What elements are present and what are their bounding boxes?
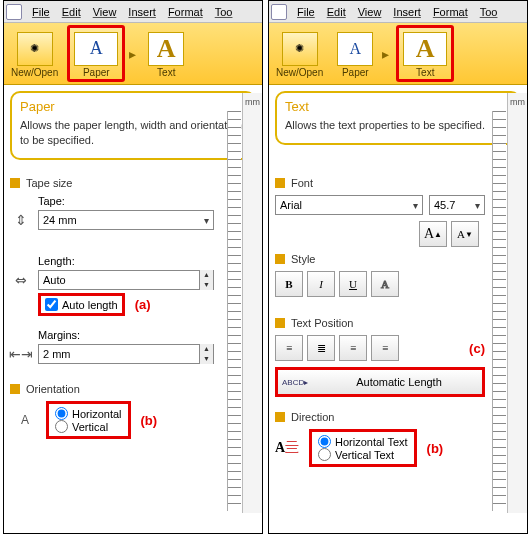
tape-size-label: Tape size <box>26 177 72 189</box>
direction-hdr: Direction <box>275 411 485 423</box>
note-b-right: (b) <box>427 441 444 456</box>
text-info: Text Allows the text properties to be sp… <box>275 91 521 145</box>
ribbon-paper[interactable]: A Paper <box>67 25 125 82</box>
direction-horizontal-radio[interactable] <box>318 435 331 448</box>
menu-view[interactable]: View <box>87 6 123 18</box>
menu-edit[interactable]: Edit <box>56 6 87 18</box>
ribbon-text-r[interactable]: A Text <box>396 25 454 82</box>
text-info-desc: Allows the text properties to be specifi… <box>285 118 511 133</box>
newopen-icon: ✺ <box>17 32 53 66</box>
menu-bar: File Edit View Insert Format Too <box>4 1 262 23</box>
font-name-dropdown[interactable]: Arial <box>275 195 423 215</box>
margins-icon: ⇤⇥ <box>10 346 32 362</box>
orientation-vertical-label: Vertical <box>72 421 108 433</box>
direction-icon: A亖 <box>275 439 299 457</box>
ribbon-r: ✺ New/Open A Paper ▸ A Text <box>269 23 527 85</box>
menu-insert[interactable]: Insert <box>122 6 162 18</box>
auto-length-checkbox[interactable] <box>45 298 58 311</box>
align-left-button[interactable]: ≡ <box>275 335 303 361</box>
direction-vertical-radio[interactable] <box>318 448 331 461</box>
menu-file[interactable]: File <box>26 6 56 18</box>
length-value: Auto <box>43 274 66 286</box>
style-label: Style <box>291 253 315 265</box>
ribbon-paper-label-r: Paper <box>342 67 369 78</box>
tape-label: Tape: <box>38 195 214 207</box>
margins-value: 2 mm <box>43 348 71 360</box>
orientation-horizontal-radio[interactable] <box>55 407 68 420</box>
direction-horizontal-label: Horizontal Text <box>335 436 408 448</box>
unit-label-r: mm <box>508 97 527 107</box>
orientation-vertical-radio[interactable] <box>55 420 68 433</box>
ruler <box>227 111 241 511</box>
text-icon-r: A <box>403 32 447 66</box>
text-info-title: Text <box>285 99 511 114</box>
menu-file-r[interactable]: File <box>291 6 321 18</box>
text-panel: File Edit View Insert Format Too ✺ New/O… <box>268 0 528 534</box>
app-icon <box>6 4 22 20</box>
unit-gutter: mm <box>242 93 262 513</box>
menu-view-r[interactable]: View <box>352 6 388 18</box>
ribbon-arrow-icon-r: ▸ <box>380 46 394 62</box>
length-icon: ⇔ <box>10 272 32 288</box>
align-right-button[interactable]: ≡ <box>339 335 367 361</box>
font-size-dropdown[interactable]: 45.7 <box>429 195 485 215</box>
bold-button[interactable]: B <box>275 271 303 297</box>
style-hdr: Style <box>275 253 485 265</box>
ribbon-newopen[interactable]: ✺ New/Open <box>6 25 63 82</box>
increase-font-button[interactable]: A▲ <box>419 221 447 247</box>
paper-panel: File Edit View Insert Format Too ✺ New/O… <box>3 0 263 534</box>
align-center-button[interactable]: ≣ <box>307 335 335 361</box>
ribbon-newopen-r[interactable]: ✺ New/Open <box>271 25 328 82</box>
text-position-label: Text Position <box>291 317 353 329</box>
automatic-length-button[interactable]: ABCD▸ Automatic Length <box>275 367 485 397</box>
menu-insert-r[interactable]: Insert <box>387 6 427 18</box>
orientation-label: Orientation <box>26 383 80 395</box>
text-position-hdr: Text Position <box>275 317 485 329</box>
paper-info-desc: Allows the paper length, width and orien… <box>20 118 246 148</box>
automatic-length-label: Automatic Length <box>316 376 482 388</box>
paper-icon: A <box>74 32 118 66</box>
auto-length-label: Auto length <box>62 299 118 311</box>
note-c: (c) <box>469 341 485 356</box>
ribbon-paper-label: Paper <box>83 67 110 78</box>
ribbon-text-label-r: Text <box>416 67 434 78</box>
menu-format-r[interactable]: Format <box>427 6 474 18</box>
margins-spinner[interactable]: 2 mm ▲▼ <box>38 344 214 364</box>
tape-dropdown[interactable]: 24 mm <box>38 210 214 230</box>
font-name-value: Arial <box>280 199 302 211</box>
text-icon: A <box>148 32 184 66</box>
margins-spin-buttons[interactable]: ▲▼ <box>199 344 213 364</box>
menu-tools[interactable]: Too <box>209 6 239 18</box>
ribbon: ✺ New/Open A Paper ▸ A Text <box>4 23 262 85</box>
length-label: Length: <box>38 255 214 267</box>
margins-label: Margins: <box>38 329 214 341</box>
ribbon-newopen-label: New/Open <box>11 67 58 78</box>
length-spinner[interactable]: Auto ▲▼ <box>38 270 214 290</box>
align-justify-button[interactable]: ≡ <box>371 335 399 361</box>
orientation-highlight: Horizontal Vertical <box>46 401 131 439</box>
menu-tools-r[interactable]: Too <box>474 6 504 18</box>
menu-bar-r: File Edit View Insert Format Too <box>269 1 527 23</box>
newopen-icon-r: ✺ <box>282 32 318 66</box>
decrease-font-button[interactable]: A▼ <box>451 221 479 247</box>
italic-button[interactable]: I <box>307 271 335 297</box>
ribbon-text[interactable]: A Text <box>143 25 189 82</box>
menu-format[interactable]: Format <box>162 6 209 18</box>
ribbon-paper-r[interactable]: A Paper <box>332 25 378 82</box>
underline-button[interactable]: U <box>339 271 367 297</box>
paper-info-title: Paper <box>20 99 246 114</box>
direction-label: Direction <box>291 411 334 423</box>
app-icon-r <box>271 4 287 20</box>
unit-label: mm <box>243 97 262 107</box>
tape-value: 24 mm <box>43 214 77 226</box>
ribbon-newopen-label-r: New/Open <box>276 67 323 78</box>
ribbon-arrow-icon: ▸ <box>127 46 141 62</box>
auto-length-highlight: Auto length <box>38 293 125 316</box>
orientation-horizontal-label: Horizontal <box>72 408 122 420</box>
font-label: Font <box>291 177 313 189</box>
menu-edit-r[interactable]: Edit <box>321 6 352 18</box>
note-a: (a) <box>135 297 151 312</box>
font-hdr: Font <box>275 177 485 189</box>
length-spin-buttons[interactable]: ▲▼ <box>199 270 213 290</box>
outline-button[interactable]: A <box>371 271 399 297</box>
